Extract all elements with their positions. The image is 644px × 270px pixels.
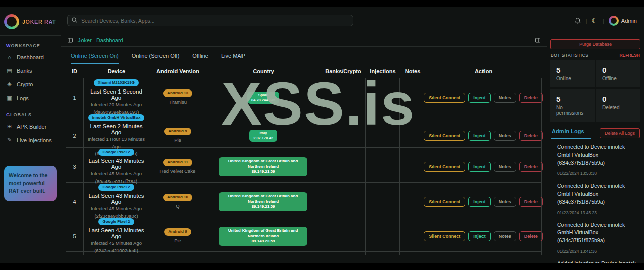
silent-connect-button[interactable]: Silent Connect bbox=[424, 131, 465, 141]
android-codename: Pie bbox=[174, 237, 181, 244]
device-model-badge: innotek GmbH VirtualBox bbox=[88, 114, 145, 121]
notes-button[interactable]: Notes bbox=[494, 162, 516, 172]
banks-crypto-cell bbox=[320, 78, 366, 117]
welcome-card: Welcome to the most powerful RAT ever bu… bbox=[4, 166, 57, 201]
stat-value: 5 bbox=[556, 95, 589, 103]
last-seen-text: Last Seen 1 Second Ago bbox=[85, 88, 148, 101]
delete-button[interactable]: Delete bbox=[519, 197, 543, 207]
inject-button[interactable]: Inject bbox=[468, 93, 491, 103]
country-badge: United Kingdom of Great Britain and Nort… bbox=[219, 157, 307, 176]
sidebar-item[interactable]: ▣ Logs bbox=[0, 91, 61, 105]
admin-logs-tab[interactable]: Admin Logs bbox=[551, 128, 591, 139]
purge-database-button[interactable]: Purge Database bbox=[550, 39, 640, 49]
log-timestamp: 01/22/2024 13:53:38 bbox=[557, 171, 640, 176]
android-version-badge: Android 9 bbox=[164, 228, 191, 235]
stat-label: Online bbox=[556, 76, 589, 81]
country-badge: United Kingdom of Great Britain and Nort… bbox=[219, 227, 307, 246]
inject-button[interactable]: Inject bbox=[468, 197, 491, 207]
device-tab[interactable]: Online (Screen Off) bbox=[132, 53, 180, 64]
country-ip: 89.149.23.59 bbox=[221, 169, 305, 175]
country-name: United Kingdom of Great Britain and Nort… bbox=[221, 194, 305, 205]
sidebar: JOKER RAT WORKSPACE ⌂ Dashboard ▤ Banks … bbox=[0, 7, 61, 263]
infected-text: Infected 20 Minutes Ago bbox=[91, 101, 142, 108]
country-badge: Italy 2.37.170.42 bbox=[249, 130, 277, 142]
banks-crypto-cell bbox=[320, 217, 366, 255]
breadcrumb-row: Joker Dashboard bbox=[61, 34, 547, 47]
device-tab[interactable]: Live MAP bbox=[221, 53, 245, 64]
notifications-bell-icon[interactable] bbox=[574, 17, 581, 24]
infected-text: Infected 45 Minutes Ago bbox=[91, 240, 142, 247]
delete-button[interactable]: Delete bbox=[519, 162, 543, 172]
log-timestamp: 01/22/2024 13:41:36 bbox=[557, 249, 640, 254]
row-actions: Silent Connect Inject Notes Delete bbox=[424, 131, 543, 141]
stat-card: 5 No permissions bbox=[550, 89, 595, 122]
log-entry: Connected to Device innotek GmbH Virtual… bbox=[552, 221, 640, 259]
table-header: ID Device Android Version Country Banks/… bbox=[66, 64, 542, 78]
home-icon: ⌂ bbox=[6, 54, 13, 60]
silent-connect-button[interactable]: Silent Connect bbox=[424, 162, 465, 172]
sidebar-item[interactable]: ⌂ Dashboard bbox=[0, 51, 61, 64]
divider: | bbox=[586, 18, 587, 24]
stat-value: 0 bbox=[602, 95, 634, 103]
delete-all-logs-button[interactable]: Delete All Logs bbox=[600, 128, 640, 138]
injections-cell bbox=[366, 183, 400, 221]
inject-button[interactable]: Inject bbox=[468, 162, 491, 172]
globals-nav: ⊞ APK Builder ✎ Live Injections bbox=[0, 120, 61, 147]
android-version-badge: Android 9 bbox=[164, 128, 191, 135]
banks-crypto-cell bbox=[320, 148, 366, 186]
delete-button[interactable]: Delete bbox=[519, 231, 543, 241]
device-tab[interactable]: Online (Screen On) bbox=[71, 53, 119, 64]
notes-button[interactable]: Notes bbox=[494, 131, 516, 141]
country-name: Italy bbox=[253, 131, 273, 136]
notes-button[interactable]: Notes bbox=[494, 231, 516, 241]
delete-button[interactable]: Delete bbox=[519, 93, 543, 103]
search-icon bbox=[71, 17, 78, 23]
sidebar-item[interactable]: ⊞ APK Builder bbox=[0, 120, 61, 133]
app-window: JOKER RAT WORKSPACE ⌂ Dashboard ▤ Banks … bbox=[0, 7, 644, 263]
silent-connect-button[interactable]: Silent Connect bbox=[424, 231, 465, 241]
dark-mode-moon-icon[interactable]: ☾ bbox=[592, 16, 598, 25]
search-input[interactable] bbox=[67, 15, 353, 26]
panel-toggle-icon[interactable] bbox=[535, 37, 541, 43]
delete-button[interactable]: Delete bbox=[519, 131, 543, 141]
silent-connect-button[interactable]: Silent Connect bbox=[424, 93, 465, 103]
log-message: Added Injection to Device innotek GmbH V… bbox=[557, 260, 640, 263]
divider: | bbox=[603, 18, 604, 24]
col-device: Device bbox=[84, 64, 149, 78]
notes-button[interactable]: Notes bbox=[494, 93, 516, 103]
admin-username: Admin bbox=[621, 18, 637, 24]
last-seen-text: Last Seen 43 Minutes Ago bbox=[85, 193, 148, 205]
device-id: 4 bbox=[66, 183, 84, 221]
device-model-badge: Google Pixel 2 bbox=[98, 149, 134, 156]
notes-button[interactable]: Notes bbox=[494, 197, 516, 207]
stat-label: Deleted bbox=[602, 105, 634, 110]
col-country: Country bbox=[206, 64, 320, 78]
last-seen-text: Last Seen 2 Minutes Ago bbox=[85, 123, 148, 135]
notes-cell bbox=[400, 183, 425, 221]
sidebar-toggle-icon[interactable] bbox=[67, 37, 73, 43]
apk-builder-icon: ⊞ bbox=[6, 123, 13, 130]
silent-connect-button[interactable]: Silent Connect bbox=[424, 197, 465, 207]
col-injections: Injections bbox=[366, 64, 400, 78]
row-actions: Silent Connect Inject Notes Delete bbox=[424, 162, 543, 172]
stat-card: 5 Online bbox=[550, 60, 595, 87]
user-menu[interactable]: Admin bbox=[609, 16, 637, 26]
log-entry: Connected to Device innotek GmbH Virtual… bbox=[552, 143, 640, 182]
stat-card: 0 Deleted bbox=[596, 89, 640, 122]
admin-log-list: Connected to Device innotek GmbH Virtual… bbox=[550, 143, 640, 263]
sidebar-item[interactable]: ✎ Live Injections bbox=[0, 133, 61, 147]
inject-button[interactable]: Inject bbox=[468, 231, 491, 241]
sidebar-item[interactable]: ◈ Crypto bbox=[0, 77, 61, 91]
sidebar-item[interactable]: ▤ Banks bbox=[0, 64, 61, 77]
inject-button[interactable]: Inject bbox=[468, 131, 491, 141]
injections-cell bbox=[366, 148, 400, 186]
breadcrumb-joker[interactable]: Joker bbox=[78, 37, 92, 43]
breadcrumb-dashboard[interactable]: Dashboard bbox=[96, 37, 123, 43]
brand-title: JOKER RAT bbox=[22, 19, 56, 25]
infected-text: Infected 45 Minutes Ago bbox=[91, 170, 142, 177]
logs-icon: ▣ bbox=[6, 95, 13, 101]
stat-label: Offline bbox=[602, 76, 634, 81]
device-tab[interactable]: Offline bbox=[192, 53, 208, 64]
refresh-link[interactable]: REFRESH bbox=[619, 53, 640, 58]
log-message: Connected to Device innotek GmbH Virtual… bbox=[557, 143, 640, 167]
